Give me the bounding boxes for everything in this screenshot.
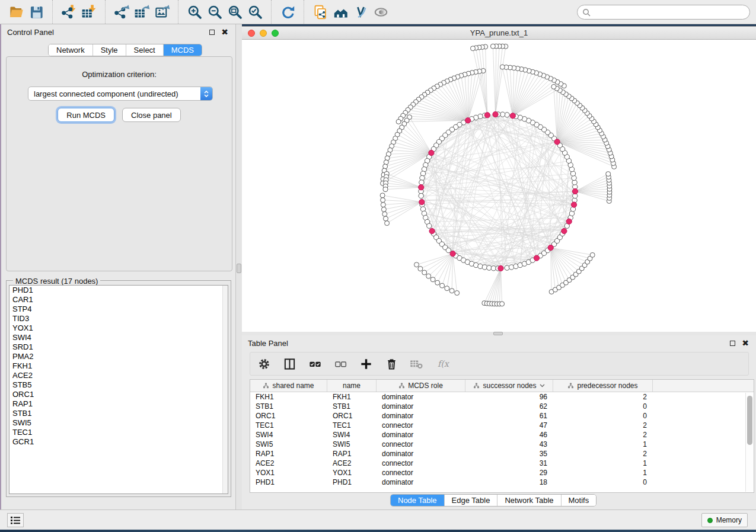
mcds-result-item[interactable]: GCR1 — [9, 437, 228, 447]
close-panel-button[interactable]: ✖ — [220, 27, 229, 37]
cell-name[interactable]: TEC1 — [327, 421, 377, 430]
optimization-criterion-select[interactable]: largest connected component (undirected) — [28, 86, 213, 101]
cell-predecessor-nodes[interactable]: 2 — [553, 392, 653, 402]
cell-successor-nodes[interactable]: 47 — [465, 421, 553, 430]
cell-name[interactable]: SWI4 — [327, 430, 377, 440]
mcds-result-item[interactable]: STP4 — [9, 305, 228, 314]
cell-name[interactable]: SWI5 — [327, 440, 377, 449]
network-overview-button[interactable] — [330, 2, 350, 21]
search-input[interactable] — [591, 7, 749, 18]
cell-successor-nodes[interactable]: 46 — [465, 430, 553, 440]
tab-select[interactable]: Select — [126, 44, 164, 56]
network-canvas[interactable] — [242, 40, 756, 332]
run-mcds-button[interactable]: Run MCDS — [58, 108, 114, 122]
float-table-panel-button[interactable] — [728, 338, 737, 348]
memory-button[interactable]: Memory — [701, 513, 748, 527]
cell-predecessor-nodes[interactable]: 2 — [553, 421, 653, 430]
close-table-panel-button[interactable]: ✖ — [741, 338, 750, 348]
search-field[interactable] — [577, 5, 750, 20]
minimize-window-button[interactable] — [260, 30, 267, 37]
duplicate-network-button[interactable] — [310, 2, 330, 21]
tab-motifs[interactable]: Motifs — [562, 495, 596, 506]
mcds-result-item[interactable]: TID3 — [9, 314, 228, 323]
table-row[interactable]: SWI5SWI5connector431 — [250, 440, 754, 449]
cell-MCDS-role[interactable]: dominator — [377, 392, 465, 402]
select-all-button[interactable] — [307, 356, 323, 371]
cell-shared-name[interactable]: STB1 — [250, 402, 327, 411]
cell-MCDS-role[interactable]: dominator — [377, 411, 465, 421]
mcds-result-item[interactable]: RAP1 — [9, 399, 228, 409]
splitter-grip[interactable] — [237, 264, 241, 273]
hide-graphics-details-button[interactable] — [350, 2, 371, 21]
cell-predecessor-nodes[interactable]: 0 — [553, 411, 653, 421]
cell-predecessor-nodes[interactable]: 2 — [553, 449, 653, 459]
add-button[interactable] — [358, 356, 374, 371]
float-panel-button[interactable] — [207, 27, 216, 37]
cell-successor-nodes[interactable]: 43 — [465, 440, 553, 449]
cell-MCDS-role[interactable]: connector — [377, 440, 465, 449]
cell-name[interactable]: STB1 — [327, 402, 377, 411]
refresh-button[interactable] — [277, 2, 298, 21]
table-scrollbar[interactable] — [745, 393, 753, 492]
mcds-result-list[interactable]: PHD1CAR1STP4TID3YOX1SWI4SRD1PMA2FKH1ACE2… — [9, 285, 228, 494]
zoom-in-button[interactable] — [184, 2, 205, 21]
tab-network-table[interactable]: Network Table — [497, 495, 561, 506]
tab-mcds[interactable]: MCDS — [164, 44, 202, 56]
vertical-splitter[interactable] — [236, 24, 242, 509]
cell-shared-name[interactable]: TEC1 — [250, 421, 327, 430]
deselect-all-button[interactable] — [333, 356, 348, 371]
close-panel-button-2[interactable]: Close panel — [122, 108, 181, 122]
network-window-titlebar[interactable]: YPA_prune.txt_1 — [242, 27, 756, 40]
mcds-result-item[interactable]: STB5 — [9, 380, 228, 390]
cell-MCDS-role[interactable]: dominator — [377, 430, 465, 440]
cell-shared-name[interactable]: ACE2 — [250, 459, 327, 468]
tab-edge-table[interactable]: Edge Table — [445, 495, 498, 506]
cell-shared-name[interactable]: PHD1 — [250, 477, 327, 487]
cell-predecessor-nodes[interactable]: 0 — [553, 402, 653, 411]
cell-shared-name[interactable]: ORC1 — [250, 411, 327, 421]
cell-successor-nodes[interactable]: 62 — [465, 402, 553, 411]
table-row[interactable]: PHD1PHD1dominator180 — [250, 477, 754, 487]
close-window-button[interactable] — [248, 30, 255, 37]
cell-shared-name[interactable]: RAP1 — [250, 449, 327, 459]
mcds-result-item[interactable]: SWI5 — [9, 418, 228, 428]
mcds-result-item[interactable]: PHD1 — [9, 286, 228, 295]
open-button[interactable] — [6, 2, 26, 21]
cell-shared-name[interactable]: SWI4 — [250, 430, 327, 440]
mcds-result-item[interactable]: ACE2 — [9, 371, 228, 380]
delete-button[interactable] — [384, 356, 399, 371]
mcds-result-item[interactable]: PMA2 — [9, 352, 228, 361]
import-network-button[interactable] — [59, 2, 79, 21]
cell-predecessor-nodes[interactable]: 1 — [553, 459, 653, 468]
mcds-result-item[interactable]: TEC1 — [9, 428, 228, 437]
table-row[interactable]: YOX1YOX1connector291 — [250, 468, 754, 477]
cell-name[interactable]: RAP1 — [327, 449, 377, 459]
mcds-result-item[interactable]: STB1 — [9, 409, 228, 418]
cell-MCDS-role[interactable]: connector — [377, 459, 465, 468]
table-row[interactable]: ACE2ACE2connector311 — [250, 459, 754, 468]
cell-MCDS-role[interactable]: dominator — [377, 402, 465, 411]
cell-name[interactable]: YOX1 — [327, 468, 377, 477]
cell-shared-name[interactable]: YOX1 — [250, 468, 327, 477]
column-header-predecessor-nodes[interactable]: predecessor nodes — [553, 380, 653, 392]
zoom-selected-button[interactable] — [245, 2, 265, 21]
column-header-name[interactable]: name — [327, 380, 377, 392]
cell-predecessor-nodes[interactable]: 0 — [553, 477, 653, 487]
column-header-successor-nodes[interactable]: successor nodes — [465, 380, 553, 392]
cell-name[interactable]: ACE2 — [327, 459, 377, 468]
columns-button[interactable] — [282, 356, 297, 371]
table-row[interactable]: STB1STB1dominator620 — [250, 402, 754, 411]
zoom-window-button[interactable] — [272, 30, 279, 37]
cell-name[interactable]: ORC1 — [327, 411, 377, 421]
cell-predecessor-nodes[interactable]: 1 — [553, 468, 653, 477]
cell-name[interactable]: PHD1 — [327, 477, 377, 487]
network-graph[interactable] — [242, 40, 756, 332]
tab-style[interactable]: Style — [93, 44, 126, 56]
table-row[interactable]: FKH1FKH1dominator962 — [250, 392, 754, 402]
tab-node-table[interactable]: Node Table — [391, 495, 445, 506]
column-header-MCDS-role[interactable]: MCDS role — [377, 380, 465, 392]
cell-name[interactable]: FKH1 — [327, 392, 377, 402]
table-row[interactable]: TEC1TEC1connector472 — [250, 421, 754, 430]
mcds-result-item[interactable]: ORC1 — [9, 390, 228, 399]
tab-network[interactable]: Network — [49, 44, 93, 56]
